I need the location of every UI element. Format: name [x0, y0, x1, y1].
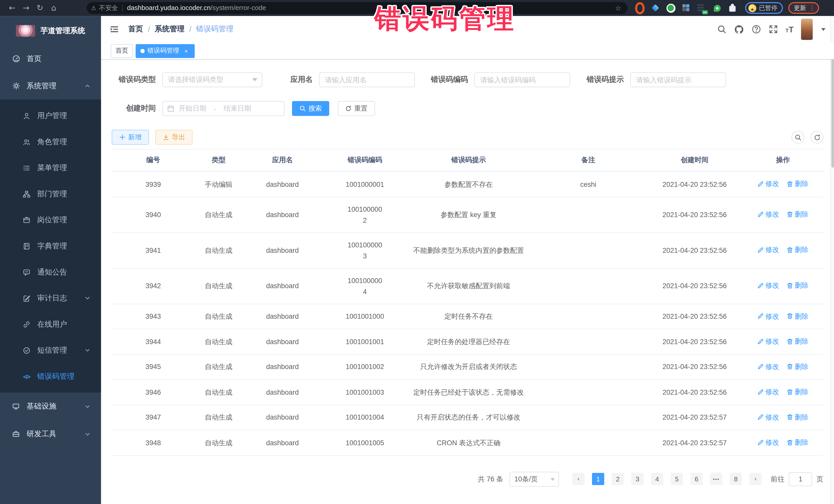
update-button[interactable]: 更新 ⋮	[788, 2, 819, 14]
emoji-avatar-icon	[748, 4, 756, 12]
close-icon[interactable]: ×	[182, 47, 190, 54]
sidebar-item-9[interactable]: 审计日志	[0, 285, 101, 311]
gem-extension-icon[interactable]	[651, 3, 660, 13]
sidebar-item-12[interactable]: </>错误码管理	[0, 364, 101, 390]
date-range-picker[interactable]: 开始日期 - 结束日期	[162, 101, 285, 116]
delete-link[interactable]: 删除	[787, 310, 809, 322]
page-button-1[interactable]: 1	[592, 473, 604, 485]
page-button-3[interactable]: 3	[631, 473, 643, 485]
sidebar-item-0[interactable]: 首页	[0, 45, 101, 72]
scrollbar[interactable]	[830, 16, 834, 504]
breadcrumb-item[interactable]: 系统管理	[155, 24, 184, 34]
toggle-search-button[interactable]	[791, 131, 804, 144]
cell-msg: 参数配置 key 重复	[408, 197, 530, 233]
bookmark-star-icon[interactable]: ☆	[615, 4, 621, 12]
sidebar-item-10[interactable]: 在线用户	[0, 311, 101, 337]
grid-extension-icon[interactable]	[681, 3, 691, 13]
edit-link[interactable]: 修改	[758, 244, 780, 256]
sidebar-item-6[interactable]: 岗位管理	[0, 207, 101, 233]
edit-label: 修改	[766, 361, 780, 372]
page-button-5[interactable]: 5	[671, 473, 683, 485]
edit-link[interactable]: 修改	[758, 209, 780, 220]
url-bar[interactable]: ⚠ 不安全 dashboard.yudao.iocoder.cn/system/…	[87, 2, 628, 14]
delete-link[interactable]: 删除	[787, 209, 809, 220]
edit-label: 修改	[766, 244, 780, 256]
delete-link[interactable]: 删除	[787, 437, 809, 448]
page-size-select[interactable]: 10条/页	[510, 472, 559, 486]
edit-link[interactable]: 修改	[758, 310, 780, 322]
delete-link[interactable]: 删除	[787, 336, 809, 347]
delete-link[interactable]: 删除	[787, 386, 809, 397]
tab-inactive[interactable]: 首页	[111, 44, 133, 58]
edit-link[interactable]: 修改	[758, 411, 780, 423]
sidebar-item-4[interactable]: 菜单管理	[0, 155, 101, 181]
reset-button[interactable]: 重置	[338, 101, 375, 116]
search-icon[interactable]	[717, 24, 726, 34]
page-button-4[interactable]: 4	[651, 473, 663, 485]
cell-memo	[530, 268, 647, 304]
cell-type: 自动生成	[195, 379, 243, 405]
sidebar-item-1[interactable]: 系统管理	[0, 72, 101, 100]
refresh-table-button[interactable]	[811, 131, 824, 144]
add-button[interactable]: 新增	[112, 130, 149, 145]
github-icon[interactable]	[734, 24, 744, 34]
chevron-down-icon[interactable]	[821, 28, 826, 30]
edit-link[interactable]: 修改	[758, 178, 780, 190]
delete-link[interactable]: 删除	[787, 178, 809, 190]
delete-link[interactable]: 删除	[787, 244, 809, 256]
prev-page-button[interactable]: ‹	[572, 473, 585, 485]
home-icon[interactable]: ⌂	[47, 2, 61, 14]
delete-link[interactable]: 删除	[787, 361, 809, 372]
search-button[interactable]: 搜索	[292, 101, 329, 116]
rows-extension-icon[interactable]: on	[697, 3, 706, 13]
error-code-input[interactable]	[475, 73, 570, 87]
delete-link[interactable]: 删除	[787, 280, 809, 291]
sidebar-item-13[interactable]: 基础设施	[0, 393, 101, 420]
next-page-button[interactable]: ›	[749, 473, 762, 485]
back-icon[interactable]: ←	[5, 2, 19, 14]
page-button-2[interactable]: 2	[612, 473, 624, 485]
error-code-type-select[interactable]: 请选择错误码类型	[162, 72, 262, 87]
tab-active[interactable]: 错误码管理×	[136, 44, 195, 58]
error-code-value: 1001001003	[346, 388, 384, 396]
scrollbar-thumb[interactable]	[831, 45, 834, 168]
page-button-6[interactable]: 6	[690, 473, 703, 485]
edit-link[interactable]: 修改	[758, 386, 780, 397]
hamburger-icon[interactable]	[109, 24, 119, 35]
sidebar-item-11[interactable]: 短信管理	[0, 337, 101, 364]
forward-icon[interactable]: →	[19, 2, 33, 14]
edit-link[interactable]: 修改	[758, 361, 780, 372]
ubuntu-extension-icon[interactable]	[635, 3, 644, 13]
more-pages-icon[interactable]: •••	[710, 473, 722, 485]
text-size-icon[interactable]: TT	[786, 25, 794, 33]
sidebar-item-14[interactable]: 研发工具	[0, 420, 101, 448]
app-name-input[interactable]	[320, 73, 414, 87]
fullscreen-icon[interactable]	[768, 24, 778, 34]
delete-label: 删除	[795, 437, 809, 448]
sidebar-item-7[interactable]: 字典管理	[0, 233, 101, 259]
error-hint-input[interactable]	[631, 73, 725, 87]
edit-link[interactable]: 修改	[758, 280, 780, 291]
green-circle-extension-icon[interactable]	[666, 3, 675, 13]
edit-link[interactable]: 修改	[758, 437, 780, 448]
error-code-value: 1001000002	[347, 203, 383, 226]
cell-app: dashboard	[242, 268, 322, 304]
avatar[interactable]	[801, 19, 813, 40]
pin-extension-icon[interactable]	[712, 3, 722, 13]
goto-page-input[interactable]: 1	[789, 472, 812, 486]
export-button[interactable]: 导出	[155, 130, 193, 145]
sidebar-item-3[interactable]: 角色管理	[0, 129, 101, 155]
menu-kebab-icon[interactable]: ⋮	[809, 4, 815, 12]
page-button-8[interactable]: 8	[730, 473, 742, 485]
sidebar-item-8[interactable]: 通知公告	[0, 259, 101, 285]
reload-icon[interactable]: ↻	[33, 2, 47, 14]
sidebar-item-5[interactable]: 部门管理	[0, 181, 101, 207]
breadcrumb-item[interactable]: 首页	[128, 24, 143, 34]
edit-link[interactable]: 修改	[758, 336, 780, 347]
edit-label: 修改	[766, 310, 780, 322]
sidebar-item-2[interactable]: 用户管理	[0, 103, 101, 129]
delete-link[interactable]: 删除	[787, 411, 809, 423]
paused-badge[interactable]: 已暂停	[745, 2, 783, 14]
puzzle-extension-icon[interactable]	[727, 3, 737, 13]
help-icon[interactable]	[751, 24, 761, 34]
